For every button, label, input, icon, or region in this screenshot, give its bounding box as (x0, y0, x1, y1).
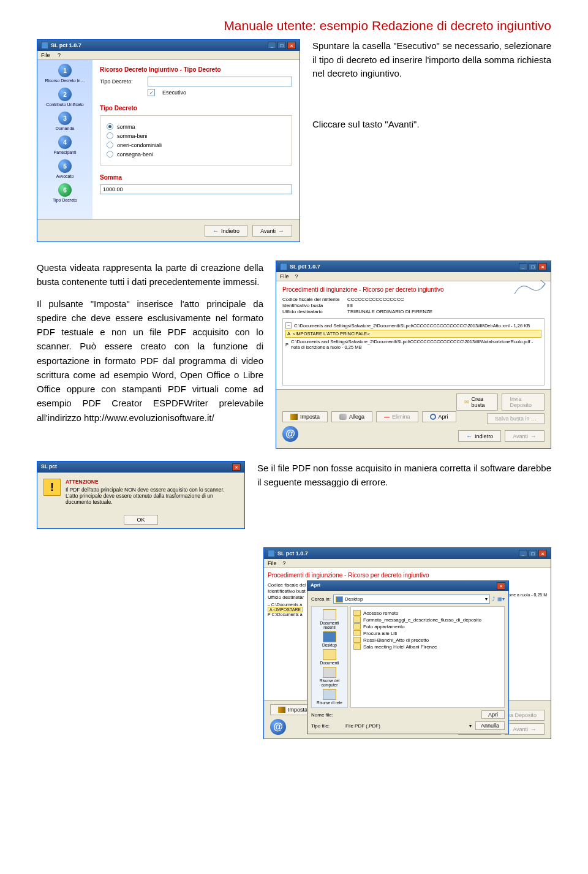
tipo-decreto-input[interactable] (148, 77, 292, 86)
step-2-icon[interactable]: 2 (58, 88, 72, 101)
app-icon (280, 263, 287, 270)
ok-button[interactable]: OK (124, 515, 157, 525)
step-6-icon[interactable]: 6 (58, 183, 72, 197)
dialog-cancel-button[interactable]: Annulla (475, 721, 505, 730)
attention-heading: ATTENZIONE (66, 479, 238, 485)
crea-busta-button[interactable]: Crea busta (456, 393, 499, 411)
up-folder-icon[interactable]: ⤴ (492, 596, 495, 602)
elimina-button[interactable]: —Elimina (376, 411, 418, 422)
back-button[interactable]: ←Indietro (205, 225, 247, 237)
radio-section-title: Tipo Decreto (100, 105, 292, 112)
file-item[interactable]: C:\Documents and Settings\Salvatore_2\Do… (291, 339, 541, 350)
radio-somma-beni[interactable] (107, 132, 113, 139)
back-button[interactable]: ←Indietro (458, 430, 501, 442)
magnifier-icon (430, 414, 436, 420)
minimize-button[interactable]: _ (268, 42, 276, 49)
tree-toggle-icon[interactable]: − (285, 322, 292, 329)
arrow-left-icon: ← (213, 227, 219, 234)
file-letter-icon: P (285, 342, 288, 348)
document-title: Manuale utente: esempio Redazione di dec… (37, 18, 551, 33)
envelope-icon (464, 399, 469, 405)
click-avanti-paragraph: Cliccare sul tasto "Avanti". (312, 118, 551, 132)
close-button[interactable]: × (497, 582, 505, 590)
warning-icon (43, 479, 61, 496)
place-desktop[interactable]: Desktop (322, 631, 337, 647)
salva-busta-button[interactable]: Salva busta in … (487, 413, 545, 424)
pen-icon (511, 279, 548, 297)
app-icon (268, 550, 275, 557)
panel-heading: Procedimenti di ingiunzione - Ricorso pe… (282, 286, 545, 293)
maximize-button[interactable]: □ (529, 263, 537, 270)
screenshot-busta: SL pct 1.0.7 _ □ × File? Procedimenti di… (276, 260, 551, 449)
somma-label-title: Somma (100, 174, 292, 181)
window-titlebar-2: SL pct 1.0.7 _ □ × (276, 261, 551, 272)
somma-input[interactable]: 1000.00 (100, 184, 292, 194)
menu-help[interactable]: ? (295, 273, 298, 279)
tipo-decreto-radios: somma somma-beni oneri-condominiali cons… (100, 115, 292, 165)
paperclip-icon (339, 414, 347, 420)
next-button[interactable]: Avanti→ (505, 430, 545, 442)
file-letter-icon: A (287, 331, 290, 336)
warning-line-2: L'atto principale deve essere ottenuto d… (66, 493, 238, 505)
menu-help[interactable]: ? (58, 52, 61, 58)
brush-icon (290, 414, 298, 420)
dialog-open-button[interactable]: Apri (481, 710, 505, 719)
videata-paragraph: Questa videata rappresenta la parte di c… (37, 260, 263, 289)
step-3-icon[interactable]: 3 (58, 112, 72, 125)
place-network[interactable]: Risorse di rete (317, 689, 342, 705)
file-list: −C:\Documents and Settings\Salvatore_2\D… (282, 318, 545, 386)
place-documents[interactable]: Documenti (320, 649, 339, 665)
filetype-dropdown[interactable]: File PDF (.PDF)▾ (345, 723, 472, 729)
file-browser-pane[interactable]: Accesso remoto Formato_messaggi_e_descri… (350, 606, 505, 708)
apri-button[interactable]: Apri (422, 411, 456, 422)
brush-icon (278, 707, 285, 713)
at-sign-icon: @ (282, 426, 298, 442)
menu-help[interactable]: ? (283, 560, 286, 566)
menu-file[interactable]: File (41, 52, 50, 58)
close-button[interactable]: × (538, 550, 547, 557)
error-explanation-paragraph: Se il file PDF non fosse acquisito in ma… (257, 461, 551, 490)
step-1-icon[interactable]: 1 (58, 64, 72, 77)
radio-oneri[interactable] (107, 142, 113, 148)
panel-title: Ricorso Decreto Ingiuntivo - Tipo Decret… (100, 66, 292, 73)
minimize-button[interactable]: _ (519, 263, 527, 270)
window-title: SL pct 1.0.7 (51, 42, 81, 48)
next-button[interactable]: Avanti→ (252, 225, 292, 237)
places-bar: Documenti recenti Desktop Documenti Riso… (311, 606, 348, 708)
arrow-right-icon: → (278, 227, 284, 234)
open-file-dialog: Apri× Cerca in: Desktop▾ ⤴ ▦▾ Documenti … (307, 580, 509, 734)
warning-line-1: Il PDF dell'atto principale NON deve ess… (66, 487, 238, 493)
lookin-dropdown[interactable]: Desktop▾ (333, 595, 490, 604)
close-button[interactable]: × (538, 263, 547, 270)
maximize-button[interactable]: □ (277, 42, 286, 49)
imposta-button[interactable]: Imposta (282, 411, 328, 422)
menubar: File ? (37, 51, 300, 60)
screenshot-warning-dialog: SL pct× ATTENZIONE Il PDF dell'atto prin… (37, 461, 245, 529)
place-computer[interactable]: Risorse del computer (314, 667, 345, 687)
filename-label: Nome file: (311, 712, 342, 718)
screenshot-open-dialog: SL pct 1.0.7_□× File? Procedimenti di in… (263, 547, 551, 739)
place-recent[interactable]: Documenti recenti (314, 609, 345, 629)
window-titlebar: SL pct 1.0.7 _ □ × (37, 40, 300, 51)
close-button[interactable]: × (287, 42, 296, 49)
step-5-icon[interactable]: 5 (58, 159, 72, 173)
allega-button[interactable]: Allega (331, 411, 372, 422)
menu-file[interactable]: File (268, 560, 277, 566)
step-4-icon[interactable]: 4 (58, 135, 72, 149)
filetype-label: Tipo file: (311, 723, 342, 729)
next-button[interactable]: Avanti→ (505, 723, 545, 735)
app-icon (41, 42, 48, 49)
close-button[interactable]: × (232, 463, 241, 471)
menu-file[interactable]: File (280, 273, 289, 279)
lookin-label: Cerca in: (311, 596, 331, 602)
wizard-sidebar: 1Ricorso Decreto In… 2Contributo Unifica… (37, 60, 92, 219)
file-item-principal[interactable]: <IMPOSTARE L'ATTO PRINCIPALE> (293, 331, 370, 336)
view-menu-icon[interactable]: ▦▾ (497, 596, 505, 602)
esecutivo-checkbox[interactable]: ✓ (148, 89, 155, 96)
imposta-paragraph: Il pulsante "Imposta" inserisce l'atto p… (37, 297, 263, 425)
screenshot-tipo-decreto: SL pct 1.0.7 _ □ × File ? 1Ricorso Decre… (37, 39, 300, 242)
radio-somma[interactable] (107, 123, 113, 130)
invia-deposito-button[interactable]: Invia Deposito (502, 393, 545, 411)
file-item[interactable]: C:\Documents and Settings\Salvatore_2\Do… (294, 323, 530, 329)
radio-consegna[interactable] (107, 151, 113, 158)
